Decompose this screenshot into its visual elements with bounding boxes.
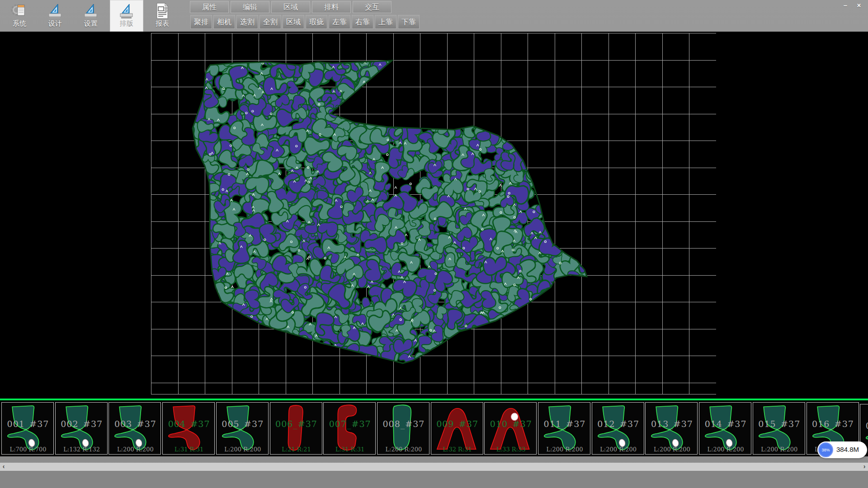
nav-button-设置[interactable]: 设置 xyxy=(74,0,108,32)
piece-thumbnail-008_#37[interactable]: 008_#37 L:200 R:200 xyxy=(377,402,429,455)
piece-thumbnail-010_#37[interactable]: 010_#37 L:33 R:33 xyxy=(484,402,537,455)
piece-thumbnail-strip: 001_#37 L:700 R:700 002_#37 L:132 R:132 … xyxy=(0,400,868,456)
piece-shape-svg xyxy=(56,403,108,455)
menu-tab-交互[interactable]: 交互 xyxy=(353,1,392,13)
nav-button-系统[interactable]: 系统 xyxy=(3,0,36,32)
horizontal-scrollbar[interactable]: ‹ › xyxy=(0,463,868,471)
piece-shape-svg xyxy=(163,403,215,455)
piece-thumbnail-004_#37[interactable]: 004_#37 L:31 R:31 xyxy=(162,402,215,455)
tool-button-选割[interactable]: 选割 xyxy=(236,15,258,29)
tool-button-左靠[interactable]: 左靠 xyxy=(329,15,350,29)
piece-thumbnail-006_#37[interactable]: 006_#37 L:21 R:21 xyxy=(270,402,322,455)
scroll-left-arrow-icon[interactable]: ‹ xyxy=(0,463,7,471)
piece-shape-svg xyxy=(2,403,54,455)
nav-button-label: 设置 xyxy=(84,19,98,28)
nav-button-设计[interactable]: 设计 xyxy=(38,0,72,32)
tool-button-下靠[interactable]: 下靠 xyxy=(398,15,420,29)
nesting-canvas[interactable] xyxy=(0,32,868,399)
gear-doc-icon xyxy=(10,1,28,19)
tool-button-相机[interactable]: 相机 xyxy=(213,15,235,29)
report-doc-icon xyxy=(153,1,171,19)
piece-shape-svg xyxy=(646,403,698,455)
menu-tab-属性[interactable]: 属性 xyxy=(190,1,229,13)
piece-shape-svg xyxy=(270,403,322,455)
hide-grid-svg xyxy=(151,33,716,394)
memory-usage-label: 384.8M xyxy=(836,446,859,453)
piece-thumbnail-015_#37[interactable]: 015_#37 L:200 R:200 xyxy=(753,402,805,455)
tool-button-全割[interactable]: 全割 xyxy=(259,15,281,29)
piece-thumbnail-011_#37[interactable]: 011_#37 L:200 R:200 xyxy=(538,402,590,455)
nav-button-label: 设计 xyxy=(48,19,62,28)
menu-tab-排料[interactable]: 排料 xyxy=(312,1,351,13)
piece-shape-svg xyxy=(431,403,483,455)
menu-tab-区域[interactable]: 区域 xyxy=(271,1,310,13)
piece-thumbnail-003_#37[interactable]: 003_#37 L:200 R:200 xyxy=(108,402,161,455)
ruler-triangle-icon xyxy=(46,1,64,19)
tool-button-上靠[interactable]: 上靠 xyxy=(375,15,396,29)
piece-thumbnail-013_#37[interactable]: 013_#37 L:200 R:200 xyxy=(645,402,698,455)
piece-thumbnail-012_#37[interactable]: 012_#37 L:200 R:200 xyxy=(592,402,644,455)
piece-shape-svg xyxy=(485,403,537,455)
ruler-triangle-icon xyxy=(82,1,100,19)
piece-shape-svg xyxy=(699,403,751,455)
nav-button-报表[interactable]: 报表 xyxy=(146,0,179,32)
tool-button-聚排[interactable]: 聚排 xyxy=(190,15,212,29)
nav-button-label: 系统 xyxy=(13,19,26,28)
piece-shape-svg xyxy=(109,403,161,455)
nav-button-label: 排版 xyxy=(120,19,133,28)
piece-thumbnail-005_#37[interactable]: 005_#37 L:200 R:200 xyxy=(216,402,269,455)
piece-shape-svg xyxy=(324,403,376,455)
tool-button-区域[interactable]: 区域 xyxy=(283,15,304,29)
scroll-right-arrow-icon[interactable]: › xyxy=(861,463,868,471)
memory-status-pill: 38% 384.8M xyxy=(817,441,867,458)
tool-button-瑕疵[interactable]: 瑕疵 xyxy=(306,15,327,29)
piece-thumbnail-014_#37[interactable]: 014_#37 L:200 R:200 xyxy=(699,402,751,455)
piece-shape-svg xyxy=(538,403,590,455)
window-bottom-band xyxy=(0,471,868,488)
tool-button-右靠[interactable]: 右靠 xyxy=(352,15,373,29)
nav-button-label: 报表 xyxy=(156,19,169,28)
piece-shape-svg xyxy=(217,403,269,455)
memory-percent-badge: 38% xyxy=(818,442,833,457)
piece-shape-svg xyxy=(592,403,644,455)
piece-thumbnail-007_#37[interactable]: 007_#37 L:31 R:31 xyxy=(323,402,376,455)
main-nav: 系统设计设置排版报表 xyxy=(0,0,181,32)
piece-thumbnail-002_#37[interactable]: 002_#37 L:132 R:132 xyxy=(55,402,108,455)
piece-shape-svg xyxy=(377,403,429,455)
menu-tab-编辑[interactable]: 编辑 xyxy=(231,1,269,13)
nav-button-排版[interactable]: 排版 xyxy=(110,0,143,32)
minimize-button[interactable]: – xyxy=(839,1,852,9)
ruler-triangle-icon xyxy=(118,1,136,19)
app-window: 系统设计设置排版报表 属性编辑区域排料交互 聚排相机选割全割区域瑕疵左靠右靠上靠… xyxy=(0,0,868,488)
close-button[interactable]: × xyxy=(853,1,865,9)
piece-thumbnail-009_#37[interactable]: 009_#37 L:32 R:31 xyxy=(431,402,483,455)
piece-shape-svg xyxy=(753,403,805,455)
piece-thumbnail-001_#37[interactable]: 001_#37 L:700 R:700 xyxy=(1,402,54,455)
